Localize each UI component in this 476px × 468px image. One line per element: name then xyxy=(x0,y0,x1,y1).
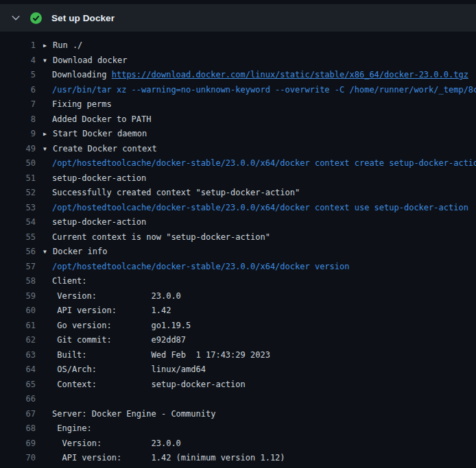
disclosure-expanded-icon[interactable]: ▼ xyxy=(43,142,53,157)
line-number[interactable]: 69 xyxy=(0,436,36,452)
line-number[interactable]: 8 xyxy=(0,112,36,127)
line-number[interactable]: 55 xyxy=(0,230,36,245)
line-content: Git commit: e92dd87 xyxy=(43,333,186,348)
line-number[interactable]: 52 xyxy=(0,186,36,201)
line-number[interactable]: 49 xyxy=(0,142,36,157)
line-number[interactable]: 61 xyxy=(0,319,36,334)
log-line: 5Downloading https://download.docker.com… xyxy=(0,68,476,83)
log-line: 1▶Run ./ xyxy=(0,38,476,53)
line-number[interactable]: 62 xyxy=(0,333,36,348)
log-line: 8Added Docker to PATH xyxy=(0,112,476,127)
log-line: 6/usr/bin/tar xz --warning=no-unknown-ke… xyxy=(0,83,476,98)
log-text: Client: xyxy=(52,276,87,286)
line-content: Successfully created context "setup-dock… xyxy=(43,186,300,201)
step-header[interactable]: Set up Docker xyxy=(0,4,476,32)
step-log-viewer: Set up Docker 1▶Run ./4▼Download docker5… xyxy=(0,4,476,468)
line-content: ▼Create Docker context xyxy=(43,142,157,157)
line-content: /usr/bin/tar xz --warning=no-unknown-key… xyxy=(43,83,476,98)
log-text: Built: Wed Feb 1 17:43:29 2023 xyxy=(52,350,270,360)
line-number[interactable]: 6 xyxy=(0,83,36,98)
log-text: API version: 1.42 (minimum version 1.12) xyxy=(52,453,285,463)
line-content: ▶Run ./ xyxy=(43,38,82,53)
line-content: setup-docker-action xyxy=(43,171,146,186)
log-text: Downloading xyxy=(52,70,112,79)
line-content: Version: 23.0.0 xyxy=(43,436,181,452)
log-line: 61 Go version: go1.19.5 xyxy=(0,319,476,334)
line-content: ▼Download docker xyxy=(43,53,127,69)
log-text: setup-docker-action xyxy=(52,173,146,183)
disclosure-collapsed-icon[interactable]: ▶ xyxy=(43,127,53,142)
line-number[interactable]: 9 xyxy=(0,127,36,142)
line-number[interactable]: 68 xyxy=(0,421,36,436)
log-line: 70 API version: 1.42 (minimum version 1.… xyxy=(0,451,476,466)
line-number[interactable]: 1 xyxy=(0,38,36,53)
line-number[interactable]: 70 xyxy=(0,451,36,466)
line-content: Current context is now "setup-docker-act… xyxy=(43,230,270,245)
line-number[interactable]: 59 xyxy=(0,289,36,304)
log-text: Download docker xyxy=(53,56,127,65)
log-line: 7Fixing perms xyxy=(0,97,476,112)
log-line: 53/opt/hostedtoolcache/docker-stable/23.… xyxy=(0,201,476,216)
line-number[interactable]: 66 xyxy=(0,392,36,407)
log-line: 55Current context is now "setup-docker-a… xyxy=(0,230,476,245)
line-number[interactable]: 63 xyxy=(0,348,36,363)
line-number[interactable]: 53 xyxy=(0,201,36,216)
log-line: 52Successfully created context "setup-do… xyxy=(0,186,476,201)
line-number[interactable]: 65 xyxy=(0,378,36,393)
log-line: 51setup-docker-action xyxy=(0,171,476,186)
disclosure-expanded-icon[interactable]: ▼ xyxy=(43,245,53,260)
log-text: Server: Docker Engine - Community xyxy=(52,409,215,419)
line-number[interactable]: 51 xyxy=(0,171,36,186)
step-title: Set up Docker xyxy=(51,13,115,23)
line-number[interactable]: 57 xyxy=(0,260,36,275)
log-text: setup-docker-action xyxy=(52,217,146,227)
line-content: setup-docker-action xyxy=(43,215,146,230)
log-area: 1▶Run ./4▼Download docker5Downloading ht… xyxy=(0,32,476,468)
line-content: ▼Docker info xyxy=(43,245,107,260)
line-number[interactable]: 4 xyxy=(0,53,36,69)
log-text: API version: 1.42 xyxy=(52,306,171,315)
log-line: 66 xyxy=(0,392,476,407)
line-number[interactable]: 50 xyxy=(0,156,36,171)
line-content: Go version: go1.19.5 xyxy=(43,319,191,334)
line-content: Added Docker to PATH xyxy=(43,112,152,127)
log-line: 54setup-docker-action xyxy=(0,215,476,230)
log-line: 49▼Create Docker context xyxy=(0,142,476,157)
log-text: Docker info xyxy=(53,247,107,256)
line-content: API version: 1.42 xyxy=(43,304,171,319)
log-text: Version: 23.0.0 xyxy=(52,291,181,301)
line-content: /opt/hostedtoolcache/docker-stable/23.0.… xyxy=(43,260,349,275)
log-text: Start Docker daemon xyxy=(53,129,147,138)
line-content: /opt/hostedtoolcache/docker-stable/23.0.… xyxy=(43,156,476,171)
line-content: API version: 1.42 (minimum version 1.12) xyxy=(43,451,285,466)
line-number[interactable]: 71 xyxy=(0,466,36,468)
log-command-text: /opt/hostedtoolcache/docker-stable/23.0.… xyxy=(52,262,349,271)
line-number[interactable]: 58 xyxy=(0,274,36,289)
log-link[interactable]: https://download.docker.com/linux/static… xyxy=(112,70,468,79)
line-number[interactable]: 67 xyxy=(0,407,36,422)
line-number[interactable]: 7 xyxy=(0,97,36,112)
log-line: 64 OS/Arch: linux/amd64 xyxy=(0,362,476,378)
log-text: Version: 23.0.0 xyxy=(52,439,181,448)
chevron-down-icon[interactable] xyxy=(11,13,21,23)
log-text: Added Docker to PATH xyxy=(52,114,152,124)
log-line: 65 Context: setup-docker-action xyxy=(0,378,476,393)
log-text: Run ./ xyxy=(53,40,82,50)
log-command-text: /usr/bin/tar xz --warning=no-unknown-key… xyxy=(52,85,476,95)
log-line: 69 Version: 23.0.0 xyxy=(0,436,476,452)
log-text: Create Docker context xyxy=(53,144,157,153)
line-number[interactable]: 64 xyxy=(0,362,36,378)
line-number[interactable]: 5 xyxy=(0,68,36,83)
log-line: 71 Go version: go1.19.5 xyxy=(0,466,476,468)
log-text: Engine: xyxy=(52,423,92,433)
line-content: Context: setup-docker-action xyxy=(43,378,246,393)
line-number[interactable]: 60 xyxy=(0,304,36,319)
disclosure-collapsed-icon[interactable]: ▶ xyxy=(43,38,53,53)
line-content: Downloading https://download.docker.com/… xyxy=(43,68,468,83)
line-number[interactable]: 54 xyxy=(0,215,36,230)
line-content: Server: Docker Engine - Community xyxy=(43,407,215,422)
log-line: 68 Engine: xyxy=(0,421,476,436)
disclosure-expanded-icon[interactable]: ▼ xyxy=(43,53,53,69)
line-number[interactable]: 56 xyxy=(0,245,36,260)
log-line: 59 Version: 23.0.0 xyxy=(0,289,476,304)
